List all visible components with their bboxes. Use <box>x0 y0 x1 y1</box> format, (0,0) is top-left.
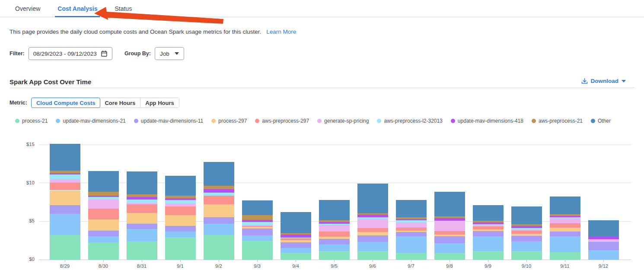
bar-segment-aws-preprocess-21-9/2[interactable] <box>204 186 234 189</box>
bar-segment-process-297-8/29[interactable] <box>50 190 80 206</box>
bar-segment-generate-sp-pricing-9/7[interactable] <box>396 222 427 228</box>
bar-segment-aws-preprocess-297-9/6[interactable] <box>357 228 388 232</box>
bar-segment-update-mav-dimensions-21-9/8[interactable] <box>434 243 465 253</box>
bar-segment-update-mav-dimensions-21-9/7[interactable] <box>396 236 427 253</box>
bar-segment-update-mav-dimensions-418-8/30[interactable] <box>88 196 119 197</box>
bar-segment-Other-9/10[interactable] <box>511 206 542 224</box>
bar-segment-process-21-9/1[interactable] <box>165 237 196 260</box>
bar-segment-aws-preprocess-297-9/1[interactable] <box>165 206 196 215</box>
bar-segment-aws-preprocess-21-8/29[interactable] <box>50 171 80 173</box>
bar-segment-update-mav-dimensions-418-9/2[interactable] <box>204 189 234 193</box>
bar-segment-aws-preprocess-l2-32013-9/11[interactable] <box>550 217 580 219</box>
bar-segment-update-mav-dimensions-418-8/31[interactable] <box>127 197 157 200</box>
bar-segment-update-mav-dimensions-21-9/6[interactable] <box>357 242 388 251</box>
bar-segment-update-mav-dimensions-21-9/9[interactable] <box>473 236 504 251</box>
bar-segment-update-mav-dimensions-418-9/4[interactable] <box>281 235 311 237</box>
bar-segment-Other-9/9[interactable] <box>473 205 504 220</box>
bar-segment-aws-preprocess-21-9/9[interactable] <box>473 221 504 222</box>
bar-segment-update-mav-dimensions-418-8/29[interactable] <box>50 173 80 175</box>
bar-segment-update-mav-dimensions-418-9/1[interactable] <box>165 198 196 200</box>
bar-segment-aws-preprocess-297-8/31[interactable] <box>127 204 157 213</box>
bar-segment-update-mav-dimensions-21-8/30[interactable] <box>88 236 119 242</box>
bar-segment-Other-9/3[interactable] <box>242 200 273 216</box>
metric-option-cloud-compute-costs[interactable]: Cloud Compute Costs <box>31 98 101 108</box>
bar-segment-generate-sp-pricing-8/31[interactable] <box>127 203 157 205</box>
bar-segment-aws-preprocess-297-9/3[interactable] <box>242 226 273 227</box>
bar-segment-process-297-9/7[interactable] <box>396 231 427 232</box>
bar-segment-process-21-9/7[interactable] <box>396 253 427 260</box>
bar-segment-aws-preprocess-l2-32013-8/31[interactable] <box>127 200 157 203</box>
bar-segment-Other-9/6[interactable] <box>357 184 388 213</box>
bar-segment-process-297-9/3[interactable] <box>242 227 273 228</box>
bar-segment-update-mav-dimensions-11-8/29[interactable] <box>50 205 80 214</box>
bar-segment-update-mav-dimensions-418-9/6[interactable] <box>357 215 388 217</box>
bar-segment-update-mav-dimensions-11-9/6[interactable] <box>357 235 388 242</box>
bar-segment-generate-sp-pricing-9/6[interactable] <box>357 219 388 228</box>
bar-segment-process-297-9/11[interactable] <box>550 228 580 232</box>
bar-segment-process-297-9/10[interactable] <box>511 234 542 236</box>
bar-segment-generate-sp-pricing-9/11[interactable] <box>550 219 580 223</box>
bar-segment-aws-preprocess-21-9/10[interactable] <box>511 224 542 226</box>
bar-segment-update-mav-dimensions-21-9/4[interactable] <box>281 248 311 253</box>
bar-segment-generate-sp-pricing-8/30[interactable] <box>88 200 119 209</box>
bar-segment-update-mav-dimensions-21-9/12[interactable] <box>588 250 619 260</box>
bar-segment-process-21-8/29[interactable] <box>50 235 80 260</box>
bar-segment-update-mav-dimensions-21-8/29[interactable] <box>50 214 80 235</box>
bar-segment-aws-preprocess-l2-32013-9/3[interactable] <box>242 222 273 225</box>
bar-segment-aws-preprocess-l2-32013-8/29[interactable] <box>50 174 80 179</box>
bar-segment-aws-preprocess-l2-32013-9/1[interactable] <box>165 200 196 203</box>
bar-segment-Other-9/12[interactable] <box>588 220 619 237</box>
bar-segment-update-mav-dimensions-11-9/8[interactable] <box>434 236 465 243</box>
bar-segment-Other-9/4[interactable] <box>281 212 311 233</box>
bar-segment-update-mav-dimensions-21-9/10[interactable] <box>511 241 542 251</box>
bar-segment-update-mav-dimensions-11-9/11[interactable] <box>550 231 580 236</box>
bar-segment-process-297-8/30[interactable] <box>88 219 119 231</box>
bar-segment-update-mav-dimensions-21-9/2[interactable] <box>204 224 234 235</box>
bar-segment-update-mav-dimensions-418-9/12[interactable] <box>588 237 619 239</box>
bar-segment-Other-9/7[interactable] <box>396 200 427 218</box>
bar-segment-generate-sp-pricing-9/9[interactable] <box>473 225 504 226</box>
bar-segment-update-mav-dimensions-21-9/1[interactable] <box>165 231 196 237</box>
bar-segment-Other-8/30[interactable] <box>88 171 119 192</box>
bar-segment-generate-sp-pricing-9/5[interactable] <box>319 225 350 231</box>
bar-segment-update-mav-dimensions-418-9/7[interactable] <box>396 219 427 220</box>
bar-segment-aws-preprocess-297-9/9[interactable] <box>473 226 504 229</box>
bar-segment-generate-sp-pricing-9/1[interactable] <box>165 203 196 206</box>
bar-segment-Other-9/8[interactable] <box>434 192 465 216</box>
bar-segment-update-mav-dimensions-418-9/8[interactable] <box>434 218 465 220</box>
bar-segment-update-mav-dimensions-11-9/2[interactable] <box>204 217 234 223</box>
bar-segment-process-21-9/10[interactable] <box>511 251 542 260</box>
bar-segment-process-297-9/6[interactable] <box>357 232 388 235</box>
bar-segment-aws-preprocess-21-8/31[interactable] <box>127 194 157 197</box>
bar-segment-process-21-8/31[interactable] <box>127 241 157 260</box>
bar-segment-aws-preprocess-21-9/8[interactable] <box>434 216 465 218</box>
bar-segment-update-mav-dimensions-418-9/3[interactable] <box>242 220 273 222</box>
bar-segment-update-mav-dimensions-11-9/9[interactable] <box>473 231 504 236</box>
bar-segment-aws-preprocess-l2-32013-9/10[interactable] <box>511 228 542 230</box>
bar-segment-update-mav-dimensions-11-9/12[interactable] <box>588 242 619 250</box>
bar-segment-update-mav-dimensions-11-9/7[interactable] <box>396 232 427 236</box>
bar-segment-process-297-9/4[interactable] <box>281 240 311 242</box>
bar-segment-aws-preprocess-l2-32013-9/6[interactable] <box>357 217 388 219</box>
bar-segment-aws-preprocess-21-9/4[interactable] <box>281 233 311 235</box>
bar-segment-aws-preprocess-297-9/5[interactable] <box>319 231 350 237</box>
bar-segment-aws-preprocess-297-9/10[interactable] <box>511 231 542 234</box>
bar-segment-process-21-9/2[interactable] <box>204 235 234 260</box>
bar-segment-generate-sp-pricing-9/3[interactable] <box>242 225 273 226</box>
bar-segment-update-mav-dimensions-11-9/3[interactable] <box>242 228 273 235</box>
bar-segment-process-21-9/3[interactable] <box>242 241 273 260</box>
bar-segment-update-mav-dimensions-11-8/31[interactable] <box>127 224 157 229</box>
bar-segment-aws-preprocess-297-9/7[interactable] <box>396 228 427 231</box>
bar-segment-update-mav-dimensions-11-9/10[interactable] <box>511 236 542 241</box>
bar-segment-update-mav-dimensions-21-9/5[interactable] <box>319 244 350 251</box>
bar-segment-aws-preprocess-297-8/30[interactable] <box>88 209 119 219</box>
bar-segment-update-mav-dimensions-11-8/30[interactable] <box>88 231 119 236</box>
bar-segment-aws-preprocess-21-9/3[interactable] <box>242 215 273 220</box>
bar-segment-aws-preprocess-297-9/11[interactable] <box>550 223 580 228</box>
bar-segment-update-mav-dimensions-21-9/11[interactable] <box>550 236 580 252</box>
bar-segment-aws-preprocess-21-9/11[interactable] <box>550 214 580 216</box>
bar-segment-Other-9/1[interactable] <box>165 176 196 196</box>
bar-segment-generate-sp-pricing-9/8[interactable] <box>434 221 465 231</box>
bar-segment-aws-preprocess-297-9/2[interactable] <box>204 196 234 204</box>
bar-segment-process-21-8/30[interactable] <box>88 242 119 260</box>
